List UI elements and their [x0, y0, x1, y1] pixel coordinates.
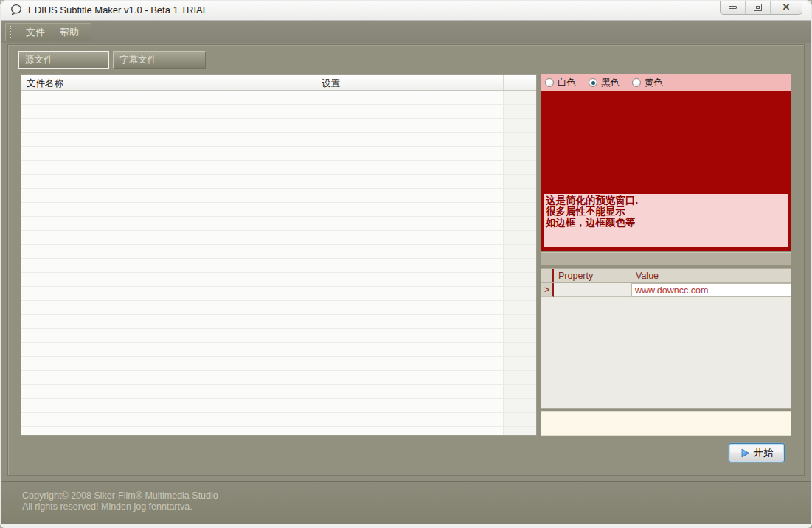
minimize-icon — [729, 6, 737, 9]
column-header-extra[interactable] — [504, 75, 536, 90]
copyright-block: Copyright© 2008 Siker-Film® Multimedia S… — [22, 490, 218, 513]
window-title: EDIUS Subtitle Maker v1.0 - Beta 1 TRIAL — [28, 4, 208, 15]
radio-white[interactable]: 白色 — [545, 77, 576, 89]
tab-subtitle-files[interactable]: 字幕文件 — [113, 51, 206, 69]
radio-black[interactable]: 黑色 — [589, 77, 620, 89]
table-row[interactable] — [21, 357, 536, 371]
table-row[interactable] — [21, 301, 536, 315]
table-row[interactable] — [21, 105, 536, 119]
title-bar: EDIUS Subtitle Maker v1.0 - Beta 1 TRIAL… — [0, 0, 812, 21]
table-row[interactable] — [21, 427, 536, 436]
app-icon — [10, 4, 22, 16]
row-selector[interactable]: > — [541, 283, 554, 297]
radio-black-icon[interactable] — [589, 78, 597, 87]
table-row[interactable] — [21, 189, 536, 203]
table-row[interactable] — [21, 217, 536, 231]
table-row[interactable] — [21, 413, 536, 427]
radio-white-label[interactable]: 白色 — [558, 77, 576, 89]
start-button-label: 开始 — [754, 446, 774, 459]
menu-bar: 文件 帮助 — [0, 21, 812, 43]
radio-white-icon[interactable] — [545, 78, 554, 87]
radio-black-label[interactable]: 黑色 — [601, 77, 620, 89]
subtitle-preview-area: 这是简化的预览窗口. 很多属性不能显示 如边框，边框颜色等 — [541, 91, 791, 251]
content-panel: 源文件 字幕文件 文件名称 设置 白色 黑色 — [7, 44, 805, 476]
value-cell[interactable]: www.downcc.com — [631, 283, 791, 297]
tab-source-files[interactable]: 源文件 — [18, 51, 109, 69]
footer-bar: Copyright© 2008 Siker-Film® Multimedia S… — [1, 481, 811, 524]
app-window: EDIUS Subtitle Maker v1.0 - Beta 1 TRIAL… — [0, 0, 812, 528]
close-icon: ✕ — [782, 2, 791, 12]
file-table-header: 文件名称 设置 — [21, 75, 536, 91]
table-row[interactable] — [21, 329, 536, 343]
column-header-property[interactable]: Property — [554, 269, 631, 282]
radio-yellow[interactable]: 黄色 — [632, 77, 663, 89]
file-table: 文件名称 设置 — [21, 74, 537, 436]
preview-note-line: 很多属性不能显示 — [546, 206, 786, 217]
table-row[interactable] — [21, 175, 536, 189]
table-row[interactable] — [21, 231, 536, 245]
window-controls: ✕ — [720, 0, 802, 15]
column-header-settings[interactable]: 设置 — [316, 75, 504, 90]
menu-item-help[interactable]: 帮助 — [52, 24, 86, 41]
copyright-line1: Copyright© 2008 Siker-Film® Multimedia S… — [22, 490, 218, 501]
table-row[interactable] — [21, 119, 536, 133]
close-button[interactable]: ✕ — [771, 0, 802, 14]
menu-strip: 文件 帮助 — [5, 23, 91, 41]
preview-panel: 白色 黑色 黄色 这是简化的预览窗口. 很多属性不能显示 如边框，边框颜色等 — [541, 74, 791, 436]
table-row[interactable] — [21, 385, 536, 399]
panel-splitter[interactable] — [541, 252, 791, 266]
menu-item-file[interactable]: 文件 — [18, 24, 52, 41]
radio-yellow-icon[interactable] — [632, 78, 641, 87]
row-selector-header — [541, 269, 554, 282]
table-row[interactable] — [21, 287, 536, 301]
maximize-icon — [754, 4, 762, 11]
table-row[interactable] — [21, 203, 536, 217]
table-row[interactable] — [21, 259, 536, 273]
preview-note-line: 这是简化的预览窗口. — [546, 195, 786, 206]
property-grid: Property Value > www.downcc.com — [541, 268, 791, 409]
start-button[interactable]: 开始 — [729, 443, 785, 462]
table-row[interactable] — [21, 273, 536, 287]
maximize-button[interactable] — [746, 0, 771, 14]
table-row[interactable] — [21, 245, 536, 259]
preview-note-line: 如边框，边框颜色等 — [546, 217, 786, 228]
table-row[interactable] — [21, 133, 536, 147]
preview-note-box: 这是简化的预览窗口. 很多属性不能显示 如边框，边框颜色等 — [544, 194, 788, 247]
property-grid-header: Property Value — [541, 269, 791, 283]
file-table-body[interactable] — [21, 91, 536, 436]
status-strip — [541, 411, 791, 436]
table-row[interactable] — [21, 343, 536, 357]
table-row[interactable] — [21, 91, 536, 105]
copyright-line2: All rights reserved! Minden jog fenntart… — [22, 501, 218, 513]
column-header-value[interactable]: Value — [631, 269, 791, 282]
table-row[interactable] — [21, 147, 536, 161]
subtitle-color-bar: 白色 黑色 黄色 — [541, 74, 791, 91]
property-cell[interactable] — [554, 283, 631, 297]
table-row[interactable] — [21, 371, 536, 385]
table-row[interactable] — [21, 161, 536, 175]
table-row[interactable] — [21, 399, 536, 413]
radio-yellow-label[interactable]: 黄色 — [645, 77, 663, 89]
table-row[interactable] — [21, 315, 536, 329]
property-grid-row: > www.downcc.com — [541, 283, 791, 297]
play-icon — [740, 448, 750, 458]
toolbar-grip-icon[interactable] — [10, 26, 12, 38]
column-header-filename[interactable]: 文件名称 — [21, 75, 316, 90]
minimize-button[interactable] — [721, 0, 746, 14]
